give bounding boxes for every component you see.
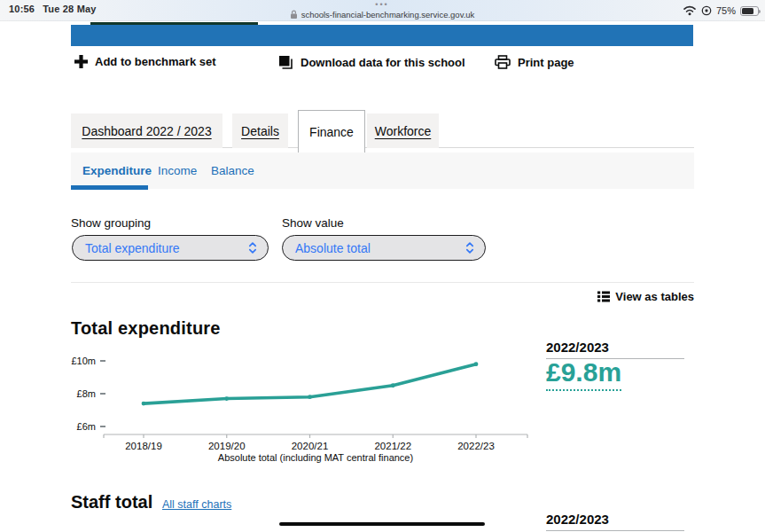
grouping-select[interactable]: Total expenditure — [72, 235, 269, 261]
all-staff-charts-link[interactable]: All staff charts — [162, 498, 231, 511]
school-header-sliver — [90, 22, 258, 25]
view-as-tables-link[interactable]: View as tables — [597, 290, 694, 303]
ipad-safari-screen: 10:56Tue 28 May ••• schools-financial-be… — [0, 0, 765, 532]
url-text: schools-financial-benchmarking.service.g… — [301, 10, 475, 20]
section-divider — [71, 282, 694, 283]
expenditure-summary-value[interactable]: £9.8m — [546, 357, 621, 391]
print-page-button[interactable]: Print page — [495, 55, 574, 69]
download-icon — [278, 55, 293, 70]
show-value-label: Show value — [282, 216, 344, 230]
plus-icon — [74, 55, 88, 68]
battery-icon — [740, 6, 759, 16]
status-time: 10:56 — [9, 4, 35, 14]
svg-text:2021/22: 2021/22 — [374, 441, 411, 451]
download-data-label: Download data for this school — [301, 56, 465, 69]
tab-workforce-label: Workforce — [375, 124, 432, 138]
tab-finance-active[interactable]: Finance — [298, 110, 365, 153]
svg-text:2022/23: 2022/23 — [457, 441, 495, 451]
show-grouping-label: Show grouping — [71, 216, 151, 230]
battery-percent: 75% — [716, 5, 736, 16]
ssl-lock-icon — [290, 10, 298, 20]
svg-text:£8m: £8m — [77, 388, 96, 399]
download-data-button[interactable]: Download data for this school — [278, 55, 465, 70]
expenditure-summary-year: 2022/2023 — [546, 340, 684, 359]
subnav-balance[interactable]: Balance — [211, 153, 254, 189]
staff-total-title: Staff total — [71, 492, 152, 512]
table-list-icon — [597, 291, 610, 302]
tab-finance-label: Finance — [309, 125, 354, 139]
svg-text:2019/20: 2019/20 — [208, 441, 246, 451]
staff-chart-line-partial — [279, 522, 485, 526]
svg-text:2018/19: 2018/19 — [125, 441, 162, 451]
finance-subnav: Expenditure Income Balance — [71, 153, 694, 189]
chart-x-axis-caption: Absolute total (including MAT central fi… — [104, 452, 527, 463]
tab-details[interactable]: Details — [232, 113, 288, 148]
value-select[interactable]: Absolute total — [282, 235, 486, 261]
clock: 10:56Tue 28 May — [9, 4, 97, 14]
print-page-label: Print page — [518, 56, 574, 69]
select-updown-icon — [465, 241, 474, 254]
wifi-icon — [683, 5, 697, 16]
orientation-lock-icon — [701, 5, 712, 16]
expenditure-line-chart: £10m£8m£6m2018/192019/202020/212021/2220… — [71, 348, 545, 453]
chart-title: Total expenditure — [71, 318, 221, 339]
printer-icon — [495, 55, 511, 69]
value-selected-value: Absolute total — [295, 241, 371, 255]
subnav-income[interactable]: Income — [158, 153, 197, 189]
address-bar[interactable]: schools-financial-benchmarking.service.g… — [249, 8, 515, 20]
add-to-benchmark-label: Add to benchmark set — [95, 55, 216, 68]
svg-text:£10m: £10m — [71, 356, 96, 366]
status-date: Tue 28 May — [43, 4, 97, 14]
subnav-expenditure-active[interactable]: Expenditure — [82, 153, 152, 189]
tab-dashboard-label: Dashboard 2022 / 2023 — [82, 124, 211, 138]
tab-workforce[interactable]: Workforce — [367, 113, 439, 148]
status-icons: 75% — [683, 4, 759, 18]
tab-dashboard[interactable]: Dashboard 2022 / 2023 — [71, 113, 222, 148]
page-header-band — [71, 25, 693, 46]
svg-text:2020/21: 2020/21 — [292, 441, 329, 451]
tab-details-label: Details — [241, 124, 279, 138]
staff-summary-year: 2022/2023 — [546, 512, 684, 531]
select-updown-icon — [248, 241, 257, 254]
grouping-selected-value: Total expenditure — [85, 241, 180, 255]
safari-toolbar: 10:56Tue 28 May ••• schools-financial-be… — [0, 0, 765, 21]
add-to-benchmark-button[interactable]: Add to benchmark set — [74, 55, 216, 68]
subnav-active-underline — [71, 185, 148, 190]
view-as-tables-label: View as tables — [615, 290, 694, 303]
svg-text:£6m: £6m — [77, 421, 96, 432]
